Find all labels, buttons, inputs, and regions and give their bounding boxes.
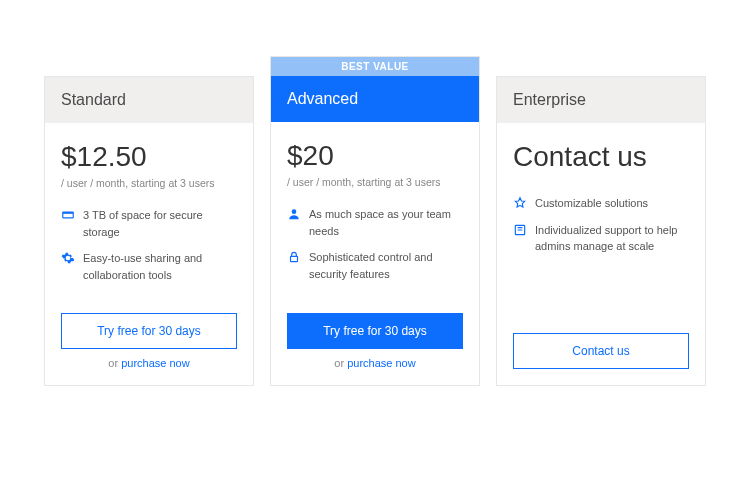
plan-title: Advanced	[271, 76, 479, 122]
plan-body: Contact us Customizable solutions Indivi…	[497, 123, 705, 385]
plan-price: Contact us	[513, 141, 689, 173]
pricing-plans: Standard $12.50 / user / month, starting…	[44, 76, 706, 386]
plan-price: $12.50	[61, 141, 237, 173]
person-icon	[287, 207, 301, 221]
plan-features: 3 TB of space for secure storage Easy-to…	[61, 207, 237, 293]
feature-item: Individualized support to help admins ma…	[513, 222, 689, 255]
plan-features: As much space as your team needs Sophist…	[287, 206, 463, 292]
feature-text: Customizable solutions	[535, 195, 648, 212]
alt-prefix: or	[108, 357, 121, 369]
feature-text: As much space as your team needs	[309, 206, 463, 239]
alt-action: or purchase now	[287, 357, 463, 369]
best-value-badge: BEST VALUE	[271, 57, 479, 76]
purchase-now-link[interactable]: purchase now	[121, 357, 190, 369]
feature-text: Easy-to-use sharing and collaboration to…	[83, 250, 237, 283]
plan-actions: Try free for 30 days or purchase now	[287, 313, 463, 369]
plan-price-sub: / user / month, starting at 3 users	[287, 176, 463, 188]
plan-enterprise: Enterprise Contact us Customizable solut…	[496, 76, 706, 386]
plan-price-sub: / user / month, starting at 3 users	[61, 177, 237, 189]
contact-us-button[interactable]: Contact us	[513, 333, 689, 369]
plan-standard: Standard $12.50 / user / month, starting…	[44, 76, 254, 386]
feature-item: Customizable solutions	[513, 195, 689, 212]
plan-title: Standard	[45, 77, 253, 123]
try-free-button[interactable]: Try free for 30 days	[61, 313, 237, 349]
storage-icon	[61, 208, 75, 222]
feature-item: As much space as your team needs	[287, 206, 463, 239]
try-free-button[interactable]: Try free for 30 days	[287, 313, 463, 349]
svg-rect-1	[63, 212, 74, 214]
feature-item: Sophisticated control and security featu…	[287, 249, 463, 282]
plan-price: $20	[287, 140, 463, 172]
feature-item: Easy-to-use sharing and collaboration to…	[61, 250, 237, 283]
alt-prefix: or	[334, 357, 347, 369]
plan-actions: Try free for 30 days or purchase now	[61, 313, 237, 369]
plan-advanced: BEST VALUE Advanced $20 / user / month, …	[270, 56, 480, 386]
gear-icon	[61, 251, 75, 265]
lock-icon	[287, 250, 301, 264]
star-icon	[513, 196, 527, 210]
purchase-now-link[interactable]: purchase now	[347, 357, 416, 369]
plan-body: $12.50 / user / month, starting at 3 use…	[45, 123, 253, 385]
feature-text: Sophisticated control and security featu…	[309, 249, 463, 282]
feature-text: 3 TB of space for secure storage	[83, 207, 237, 240]
plan-features: Customizable solutions Individualized su…	[513, 195, 689, 265]
svg-point-2	[292, 209, 297, 214]
support-icon	[513, 223, 527, 237]
feature-item: 3 TB of space for secure storage	[61, 207, 237, 240]
plan-actions: Contact us	[513, 333, 689, 369]
alt-action: or purchase now	[61, 357, 237, 369]
plan-body: $20 / user / month, starting at 3 users …	[271, 122, 479, 385]
feature-text: Individualized support to help admins ma…	[535, 222, 689, 255]
svg-rect-3	[291, 256, 298, 261]
plan-title: Enterprise	[497, 77, 705, 123]
